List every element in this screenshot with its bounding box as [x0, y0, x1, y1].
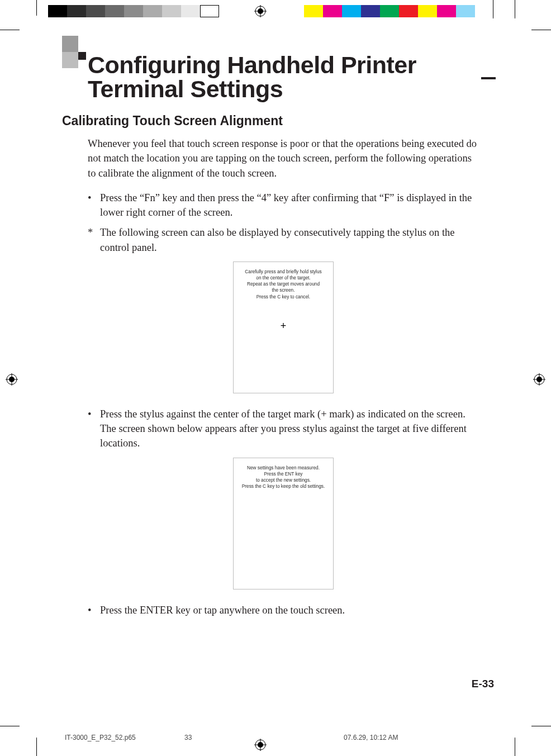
screen-text: Press the ENT key: [234, 471, 333, 477]
screen-text: New settings have been measured.: [234, 465, 333, 471]
crop-rule: [531, 726, 551, 726]
bullet-icon: •: [88, 191, 91, 205]
crop-rule: [0, 30, 20, 30]
calibration-target-icon: +: [281, 320, 287, 331]
screen-text: on the center of the target.: [234, 275, 333, 281]
page-title: Configuring Handheld Printer Terminal Se…: [88, 53, 495, 101]
intro-paragraph: Whenever you feel that touch screen resp…: [88, 136, 479, 180]
registration-mark-icon: [254, 739, 267, 751]
registration-mark-icon: [533, 373, 545, 386]
list-item-text: The following screen can also be display…: [100, 227, 455, 253]
footer-date: 07.6.29, 10:12 AM: [344, 734, 398, 741]
screen-text: Press the C key to cancel.: [234, 294, 333, 300]
registration-mark-icon: [6, 373, 18, 386]
crop-rule: [531, 30, 551, 30]
crop-rule: [515, 738, 515, 756]
screen-text: the screen.: [234, 287, 333, 293]
screen-text: Carefully press and briefly hold stylus: [234, 269, 333, 275]
list-item-text: Press the ENTER key or tap anywhere on t…: [100, 605, 345, 616]
asterisk-icon: *: [88, 225, 93, 240]
device-screen-1: Carefully press and briefly hold stylus …: [233, 261, 334, 393]
registration-mark-icon: [254, 5, 267, 17]
page-number: E-33: [472, 678, 494, 690]
screen-text: to accept the new settings.: [234, 477, 333, 483]
footer-page: 33: [184, 734, 192, 741]
list-item-text: Press the stylus against the center of t…: [100, 408, 467, 449]
list-item: * The following screen can also be displ…: [88, 225, 479, 255]
crop-rule: [493, 0, 493, 18]
section-heading: Calibrating Touch Screen Alignment: [62, 113, 495, 129]
screen-text: Press the C key to keep the old settings…: [234, 483, 333, 489]
crop-rule: [36, 738, 37, 756]
title-rule: [481, 77, 496, 79]
list-item-text: Press the “Fn” key and then press the “4…: [100, 192, 472, 218]
footer-filename: IT-3000_E_P32_52.p65: [65, 734, 136, 741]
screen-text: Repeat as the target moves around: [234, 281, 333, 287]
list-item: • Press the stylus against the center of…: [88, 407, 479, 451]
bullet-icon: •: [88, 603, 91, 617]
crop-rule: [36, 0, 37, 16]
bullet-icon: •: [88, 407, 91, 421]
device-screen-2: New settings have been measured. Press t…: [233, 458, 334, 589]
list-item: • Press the ENTER key or tap anywhere on…: [88, 603, 479, 617]
list-item: • Press the “Fn” key and then press the …: [88, 191, 479, 220]
crop-rule: [515, 0, 515, 18]
title-ornament: [62, 36, 495, 52]
crop-rule: [0, 726, 20, 726]
